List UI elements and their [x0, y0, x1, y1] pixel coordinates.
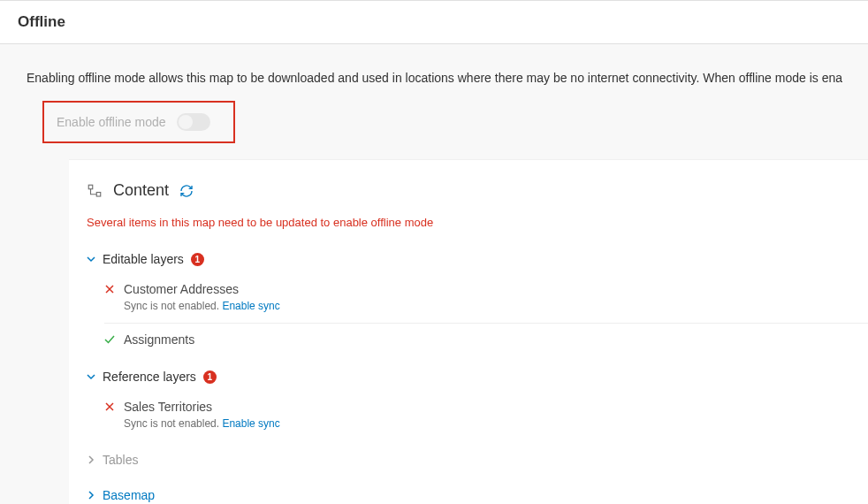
layer-item: Customer Addresses Sync is not enabled. …	[104, 277, 868, 324]
layer-subtext: Sync is not enabled. Enable sync	[124, 300, 868, 312]
layer-list-reference: Sales Territories Sync is not enabled. E…	[104, 394, 868, 435]
section-label-editable: Editable layers	[103, 252, 184, 266]
enable-offline-highlight: Enable offline mode	[42, 101, 235, 143]
enable-offline-label: Enable offline mode	[57, 115, 166, 129]
section-tables: Tables	[87, 449, 868, 470]
layer-name: Assignments	[124, 332, 194, 347]
layer-row: Sales Territories	[104, 400, 868, 414]
tree-icon	[87, 183, 103, 199]
enable-sync-link[interactable]: Enable sync	[222, 300, 279, 312]
offline-description: Enabling offline mode allows this map to…	[27, 71, 868, 85]
x-icon	[104, 284, 115, 294]
svg-rect-1	[96, 192, 101, 196]
badge-reference: 1	[203, 370, 217, 384]
badge-editable: 1	[191, 253, 204, 266]
content-header: Content	[87, 181, 868, 200]
layer-name: Sales Territories	[124, 400, 212, 414]
page-title: Offline	[18, 13, 850, 31]
layer-row: Assignments	[104, 332, 868, 347]
svg-rect-0	[88, 185, 93, 189]
layer-list-editable: Customer Addresses Sync is not enabled. …	[104, 277, 868, 352]
chevron-right-icon	[87, 455, 95, 464]
chevron-down-icon	[87, 372, 95, 381]
section-header-editable[interactable]: Editable layers 1	[87, 248, 868, 270]
section-label-reference: Reference layers	[103, 370, 196, 384]
section-header-basemap[interactable]: Basemap	[87, 485, 868, 504]
x-icon	[104, 401, 115, 412]
refresh-icon[interactable]	[179, 184, 194, 198]
section-label-basemap: Basemap	[103, 488, 155, 502]
check-icon	[104, 334, 115, 345]
section-label-tables: Tables	[103, 453, 138, 467]
body-area: Enabling offline mode allows this map to…	[0, 44, 868, 504]
offline-warning: Several items in this map need to be upd…	[87, 216, 868, 229]
section-editable-layers: Editable layers 1 Customer Addresses Syn…	[87, 248, 868, 352]
sync-status-text: Sync is not enabled.	[124, 300, 222, 312]
section-reference-layers: Reference layers 1 Sales Territories Syn…	[87, 366, 868, 435]
section-header-tables[interactable]: Tables	[87, 449, 868, 470]
chevron-down-icon	[87, 255, 95, 263]
page-header: Offline	[0, 0, 868, 44]
section-header-reference[interactable]: Reference layers 1	[87, 366, 868, 387]
layer-name: Customer Addresses	[124, 282, 239, 296]
chevron-right-icon	[87, 491, 95, 500]
content-title: Content	[113, 181, 169, 200]
content-panel: Content Several items in this map need t…	[69, 159, 868, 504]
section-basemap: Basemap	[87, 485, 868, 504]
layer-item: Sales Territories Sync is not enabled. E…	[104, 394, 868, 435]
enable-sync-link[interactable]: Enable sync	[222, 417, 279, 430]
enable-offline-toggle[interactable]	[177, 113, 210, 131]
layer-row: Customer Addresses	[104, 282, 868, 296]
sync-status-text: Sync is not enabled.	[124, 417, 222, 430]
layer-subtext: Sync is not enabled. Enable sync	[124, 417, 868, 430]
layer-item: Assignments	[104, 327, 868, 352]
